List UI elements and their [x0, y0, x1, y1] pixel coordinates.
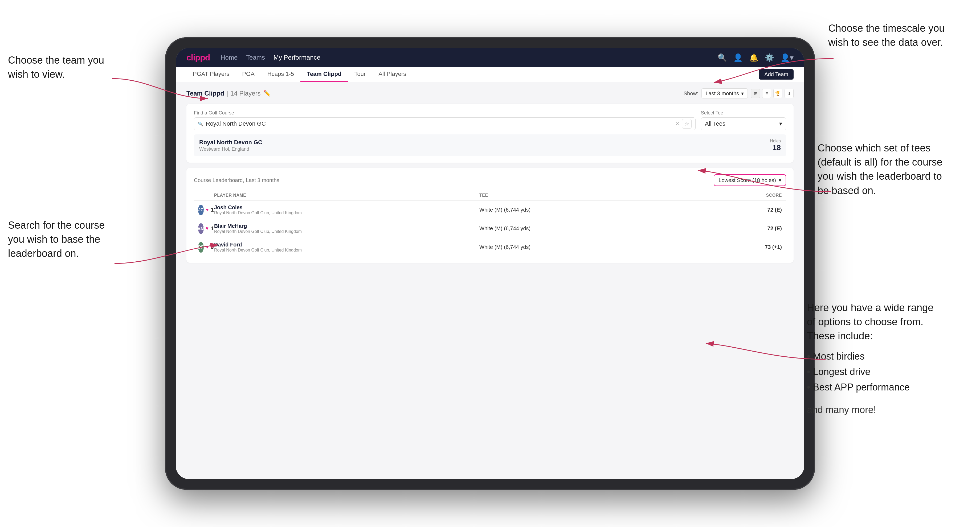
rank-1: 1 — [211, 207, 214, 213]
subnav-pgat[interactable]: PGAT Players — [186, 67, 236, 82]
player-name-3: David Ford — [214, 242, 479, 248]
subnav-hcaps[interactable]: Hcaps 1-5 — [261, 67, 301, 82]
course-search-input[interactable] — [206, 120, 673, 127]
player-avatar-3: DF — [198, 242, 204, 252]
and-more: and many more! — [807, 403, 956, 417]
tee-info-2: White (M) (6,744 yds) — [479, 225, 745, 232]
chevron-down-icon: ▾ — [741, 90, 744, 97]
heart-icon-2[interactable]: ♥ — [206, 226, 209, 231]
subnav-team-clippd[interactable]: Team Clippd — [301, 67, 348, 82]
nav-right-icons: 🔍 👤 🔔 ⚙️ 👤▾ — [718, 53, 794, 62]
course-name: Royal North Devon GC — [199, 139, 262, 146]
rank-2: 1 — [211, 225, 214, 232]
col-rank — [198, 193, 214, 198]
player-rank-col-3: DF ♥ 3 — [198, 242, 214, 252]
heart-icon-1[interactable]: ♥ — [206, 207, 209, 213]
score-type-dropdown[interactable]: Lowest Score (18 holes) ▾ — [714, 174, 786, 186]
annotation-timescale: Choose the timescale you wish to see the… — [828, 21, 951, 49]
settings-icon[interactable]: ⚙️ — [765, 53, 774, 62]
table-header: PLAYER NAME TEE SCORE — [194, 190, 786, 201]
list-view-icon[interactable]: ≡ — [762, 89, 771, 98]
rank-3: 3 — [211, 244, 214, 250]
annotation-options: Here you have a wide range of options to… — [807, 301, 956, 417]
col-player-name: PLAYER NAME — [214, 193, 479, 198]
course-search-row: Find a Golf Course 🔍 ✕ ☆ Select Tee All … — [194, 110, 786, 130]
players-count: | 14 Players — [227, 90, 261, 97]
nav-my-performance[interactable]: My Performance — [274, 54, 320, 61]
find-course-label: Find a Golf Course — [194, 110, 695, 116]
select-tee-label: Select Tee — [701, 110, 786, 116]
player-avatar-1: JC — [198, 205, 204, 215]
col-tee: TEE — [479, 193, 745, 198]
course-location: Westward Hol, England — [199, 146, 262, 152]
heart-icon-3[interactable]: ♥ — [206, 244, 209, 250]
clear-search-icon[interactable]: ✕ — [675, 121, 679, 127]
search-field-wrap: Find a Golf Course 🔍 ✕ ☆ — [194, 110, 695, 130]
player-rank-col-1: JC ♥ 1 — [198, 205, 214, 215]
tee-info-1: White (M) (6,744 yds) — [479, 207, 745, 213]
course-result[interactable]: Royal North Devon GC Westward Hol, Engla… — [194, 135, 786, 156]
score-3: 73 (+1) — [745, 244, 782, 250]
bullet-app: Best APP performance — [807, 379, 956, 395]
holes-label: Holes — [770, 139, 781, 143]
subnav-pga[interactable]: PGA — [236, 67, 261, 82]
player-avatar-2: BM — [198, 223, 204, 234]
team-title: Team Clippd | 14 Players ✏️ — [186, 90, 270, 97]
team-name: Team Clippd — [186, 90, 224, 97]
course-search-card: Find a Golf Course 🔍 ✕ ☆ Select Tee All … — [186, 104, 794, 163]
content-header: Team Clippd | 14 Players ✏️ Show: Last 3… — [186, 88, 794, 98]
holes-number: 18 — [770, 143, 781, 152]
subnav-all-players[interactable]: All Players — [372, 67, 412, 82]
people-icon[interactable]: 👤 — [733, 53, 743, 62]
bullet-birdies: Most birdies — [807, 349, 956, 364]
add-team-button[interactable]: Add Team — [759, 69, 794, 79]
favorite-button[interactable]: ☆ — [682, 119, 692, 129]
leaderboard-header: Course Leaderboard, Last 3 months Lowest… — [194, 174, 786, 186]
subnav-tour[interactable]: Tour — [348, 67, 372, 82]
sub-nav: PGAT Players PGA Hcaps 1-5 Team Clippd T… — [176, 67, 804, 82]
score-1: 72 (E) — [745, 207, 782, 213]
player-name-1: Josh Coles — [214, 205, 479, 211]
profile-icon[interactable]: 👤▾ — [781, 53, 794, 62]
tee-info-3: White (M) (6,744 yds) — [479, 244, 745, 250]
top-nav: clippd Home Teams My Performance 🔍 👤 🔔 ⚙… — [176, 48, 804, 67]
player-rank-col-2: BM ♥ 1 — [198, 223, 214, 234]
player-club-3: Royal North Devon Golf Club, United King… — [214, 248, 479, 252]
score-type-chevron-icon: ▾ — [779, 177, 781, 183]
header-right: Show: Last 3 months ▾ ⊞ ≡ 🏆 ⬇ — [684, 88, 794, 98]
grid-view-icon[interactable]: ⊞ — [751, 89, 760, 98]
tee-select-dropdown[interactable]: All Tees ▾ — [701, 117, 786, 130]
trophy-view-icon[interactable]: 🏆 — [773, 89, 783, 98]
main-content: Team Clippd | 14 Players ✏️ Show: Last 3… — [176, 82, 804, 479]
table-row: DF ♥ 3 David Ford Royal North Devon Golf… — [194, 238, 786, 256]
nav-home[interactable]: Home — [221, 54, 237, 61]
player-info-1: Josh Coles Royal North Devon Golf Club, … — [214, 205, 479, 215]
view-icons: ⊞ ≡ 🏆 ⬇ — [751, 89, 794, 98]
score-2: 72 (E) — [745, 225, 782, 232]
show-label: Show: — [684, 90, 698, 97]
player-info-3: David Ford Royal North Devon Golf Club, … — [214, 242, 479, 252]
player-club-1: Royal North Devon Golf Club, United King… — [214, 211, 479, 215]
app-logo: clippd — [186, 53, 210, 62]
search-input-box[interactable]: 🔍 ✕ ☆ — [194, 117, 695, 130]
holes-badge: Holes 18 — [770, 139, 781, 152]
show-dropdown[interactable]: Last 3 months ▾ — [702, 88, 748, 98]
table-row: JC ♥ 1 Josh Coles Royal North Devon Golf… — [194, 201, 786, 219]
player-name-2: Blair McHarg — [214, 223, 479, 229]
download-icon[interactable]: ⬇ — [784, 89, 794, 98]
sub-nav-left: PGAT Players PGA Hcaps 1-5 Team Clippd T… — [186, 67, 412, 82]
table-row: BM ♥ 1 Blair McHarg Royal North Devon Go… — [194, 219, 786, 238]
options-list: Most birdies Longest drive Best APP perf… — [807, 349, 956, 395]
options-title: Here you have a wide range of options to… — [807, 301, 956, 343]
tee-chevron-down-icon: ▾ — [779, 120, 782, 127]
search-icon-small: 🔍 — [198, 121, 203, 126]
edit-icon[interactable]: ✏️ — [263, 90, 270, 97]
annotation-choose-team: Choose the team you wish to view. — [8, 53, 109, 81]
search-icon[interactable]: 🔍 — [718, 53, 727, 62]
annotation-tees: Choose which set of tees (default is all… — [818, 141, 956, 198]
tablet-screen: clippd Home Teams My Performance 🔍 👤 🔔 ⚙… — [176, 48, 804, 479]
nav-teams[interactable]: Teams — [246, 54, 265, 61]
leaderboard-title: Course Leaderboard, Last 3 months — [194, 177, 279, 184]
bell-icon[interactable]: 🔔 — [749, 53, 759, 62]
player-club-2: Royal North Devon Golf Club, United King… — [214, 229, 479, 234]
